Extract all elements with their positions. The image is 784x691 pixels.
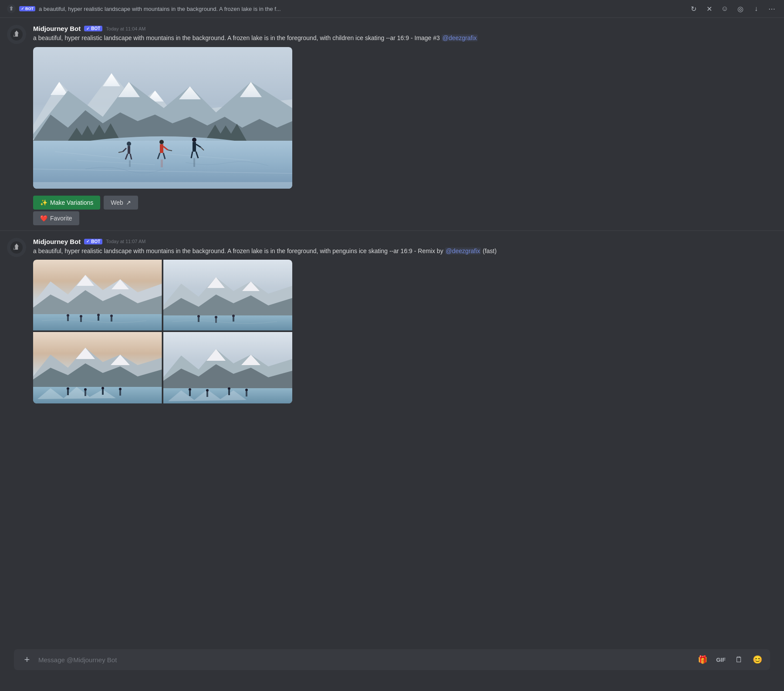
svg-point-104 [228, 387, 230, 390]
eye-icon[interactable]: ◎ [735, 3, 746, 14]
sparkles-icon: ✨ [40, 199, 47, 206]
svg-rect-75 [233, 317, 234, 322]
emoji-icon[interactable]: ☺ [720, 3, 730, 14]
svg-rect-85 [67, 390, 69, 395]
svg-rect-45 [193, 158, 195, 167]
svg-point-57 [80, 315, 82, 318]
external-link-icon: ↗ [126, 199, 131, 206]
message-header-2: Midjourney Bot ✓ BOT Today at 11:07 AM [33, 238, 777, 245]
message-group-2: Midjourney Bot ✓ BOT Today at 11:07 AM a… [0, 230, 784, 414]
svg-point-55 [67, 314, 69, 317]
gif-icon[interactable]: GIF [715, 654, 727, 665]
make-variations-button[interactable]: ✨ Make Variations [33, 196, 100, 210]
svg-point-86 [84, 388, 87, 391]
svg-rect-43 [129, 160, 131, 167]
landscape-image-single[interactable] [33, 47, 292, 189]
svg-point-31 [159, 140, 164, 144]
input-area: + 🎁 GIF 🗒 😊 [0, 649, 784, 691]
emoji-picker-icon[interactable]: 😊 [752, 654, 763, 665]
svg-point-25 [127, 142, 131, 146]
message-input-bar: + 🎁 GIF 🗒 😊 [14, 649, 770, 670]
input-right-icons: 🎁 GIF 🗒 😊 [697, 654, 763, 665]
favorite-button[interactable]: ❤️ Favorite [33, 211, 79, 225]
timestamp-1: Today at 11:04 AM [106, 26, 145, 31]
svg-rect-107 [246, 391, 247, 396]
web-button[interactable]: Web ↗ [104, 196, 138, 210]
sticker-icon[interactable]: 🗒 [733, 654, 745, 665]
message-header-1: Midjourney Bot ✓ BOT Today at 11:04 AM [33, 25, 777, 32]
svg-point-100 [189, 388, 191, 391]
svg-rect-69 [163, 315, 292, 331]
message-content-2: Midjourney Bot ✓ BOT Today at 11:07 AM a… [33, 238, 777, 411]
username-1: Midjourney Bot [33, 25, 81, 32]
top-bar-avatar [7, 4, 16, 13]
svg-point-88 [101, 387, 104, 390]
svg-point-90 [119, 388, 122, 390]
action-buttons-1: ✨ Make Variations Web ↗ [33, 196, 777, 210]
add-attachment-button[interactable]: + [21, 654, 33, 666]
svg-point-84 [67, 387, 69, 390]
svg-rect-71 [198, 318, 199, 322]
svg-rect-103 [206, 392, 208, 397]
svg-rect-44 [161, 159, 163, 167]
top-bar-prompt: a beautiful, hyper realistic landscape w… [39, 6, 685, 12]
message-group-1: Midjourney Bot ✓ BOT Today at 11:04 AM a… [0, 18, 784, 230]
top-bar-icons: ↻ ✕ ☺ ◎ ↓ ⋯ [688, 3, 777, 14]
top-bar-bot-badge: ✓ BOT [19, 6, 35, 11]
message-text-2: a beautiful, hyper realistic landscape w… [33, 247, 777, 256]
timestamp-2: Today at 11:07 AM [106, 239, 145, 244]
svg-point-74 [232, 315, 235, 317]
message-content-1: Midjourney Bot ✓ BOT Today at 11:04 AM a… [33, 25, 777, 227]
message-text-1: a beautiful, hyper realistic landscape w… [33, 34, 777, 43]
bot-badge-1: ✓ BOT [84, 26, 102, 31]
svg-point-102 [206, 389, 209, 392]
svg-rect-87 [84, 391, 86, 396]
svg-rect-105 [228, 390, 230, 395]
svg-rect-46 [33, 182, 292, 189]
bot-badge-2: ✓ BOT [84, 239, 102, 244]
download-icon[interactable]: ↓ [751, 3, 761, 14]
svg-rect-26 [128, 146, 130, 154]
svg-rect-62 [111, 317, 112, 322]
gift-icon[interactable]: 🎁 [697, 654, 708, 665]
svg-rect-73 [215, 318, 217, 323]
svg-rect-89 [102, 390, 104, 395]
favorite-buttons-1: ❤️ Favorite [33, 211, 777, 225]
message-input[interactable] [38, 656, 692, 664]
svg-point-106 [245, 389, 248, 391]
svg-point-72 [215, 316, 217, 318]
svg-rect-60 [98, 316, 99, 321]
landscape-image-grid[interactable] [33, 260, 292, 403]
heart-icon: ❤️ [40, 215, 47, 222]
svg-point-70 [197, 315, 200, 318]
svg-rect-56 [67, 317, 69, 321]
bot-avatar-2 [7, 238, 26, 257]
svg-rect-91 [119, 390, 121, 396]
refresh-icon[interactable]: ↻ [688, 3, 699, 14]
more-icon[interactable]: ⋯ [767, 3, 777, 14]
svg-point-37 [192, 138, 196, 142]
username-2: Midjourney Bot [33, 238, 81, 245]
svg-rect-101 [189, 391, 191, 396]
close-icon[interactable]: ✕ [704, 3, 714, 14]
top-notification-bar: ✓ BOT a beautiful, hyper realistic lands… [0, 0, 784, 18]
svg-point-61 [110, 315, 113, 317]
svg-point-59 [97, 314, 100, 316]
svg-rect-38 [193, 142, 196, 152]
svg-rect-58 [80, 318, 82, 322]
bot-avatar-1 [7, 25, 26, 44]
svg-rect-32 [160, 144, 163, 153]
